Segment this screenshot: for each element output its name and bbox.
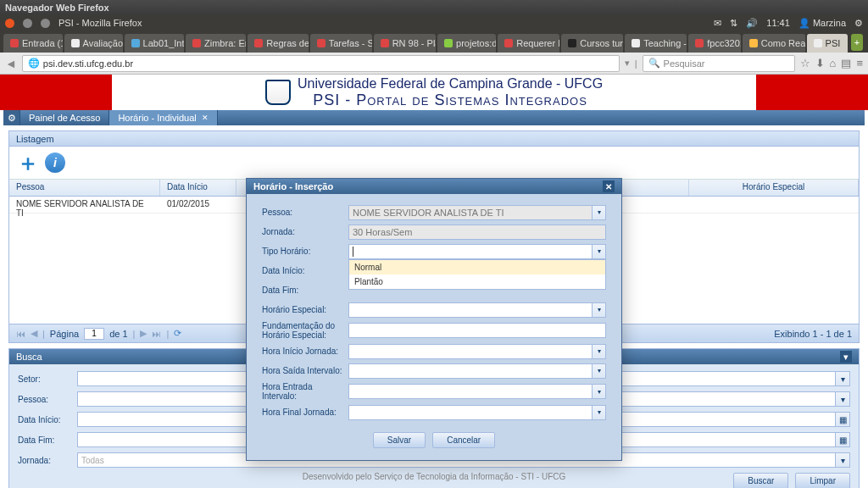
browser-tab[interactable]: Regras de … <box>248 34 308 53</box>
tab-label: Requerer P… <box>516 38 559 48</box>
window-title-bar: PSI - Mozilla Firefox ✉ ⇅ 🔊 11:41 👤 Marz… <box>0 15 868 30</box>
horario-especial-input[interactable] <box>348 302 593 318</box>
dropdown-icon[interactable]: ▾ <box>593 344 606 359</box>
minimize-icon[interactable] <box>23 19 32 28</box>
tab-label: Lab01_Intr… <box>143 38 184 48</box>
dropdown-icon[interactable]: ▾ <box>593 205 606 220</box>
label-data-fim: Data Fim: <box>262 286 348 295</box>
tab-label: projetos:di… <box>456 38 496 48</box>
modal-overlay: Horário - Inserção ✕ Pessoa:NOME SERVIDO… <box>0 75 868 488</box>
search-placeholder: Pesquisar <box>664 58 705 69</box>
tab-label: Teaching - j… <box>643 38 687 48</box>
browser-tab[interactable]: fpcc32015 <box>688 34 740 53</box>
option-plantao[interactable]: Plantão <box>349 274 605 289</box>
dropdown-icon[interactable]: ▾ <box>593 405 606 420</box>
label-hora-entrada: Hora Entrada Intervalo: <box>262 382 348 401</box>
search-input[interactable]: 🔍 Pesquisar <box>643 55 795 72</box>
close-icon[interactable] <box>5 19 14 28</box>
jornada-field: 30 Horas/Sem <box>348 225 606 240</box>
mail-icon[interactable]: ✉ <box>714 18 721 29</box>
browser-tab[interactable]: Requerer P… <box>498 34 559 53</box>
close-icon[interactable]: × <box>847 38 848 48</box>
favicon <box>317 39 326 47</box>
tab-label: Tarefas - SI… <box>329 38 372 48</box>
back-icon[interactable]: ◄ <box>5 57 17 70</box>
url-input[interactable]: 🌐 psi.dev.sti.ufcg.edu.br <box>22 55 620 72</box>
url-text: psi.dev.sti.ufcg.edu.br <box>43 58 133 69</box>
browser-tab[interactable]: Lab01_Intr… <box>125 34 184 53</box>
dropdown-icon[interactable]: ▾ <box>625 58 630 69</box>
label-data-inicio: Data Início: <box>262 266 348 275</box>
system-tray: ✉ ⇅ 🔊 11:41 👤 Marzina ⚙ <box>714 18 863 29</box>
page-content: Universidade Federal de Campina Grande -… <box>0 75 868 488</box>
dropdown-icon[interactable]: ▾ <box>593 302 606 318</box>
clock: 11:41 <box>766 18 790 28</box>
star-icon[interactable]: ☆ <box>800 57 810 69</box>
new-tab-button[interactable]: + <box>851 34 863 51</box>
dropdown-icon[interactable]: ▾ <box>593 244 606 259</box>
tab-label: Como Reali… <box>761 38 805 48</box>
user-indicator[interactable]: 👤 Marzina <box>798 18 846 29</box>
label-jornada: Jornada: <box>262 227 348 236</box>
address-bar: ◄ 🌐 psi.dev.sti.ufcg.edu.br ▾ | 🔍 Pesqui… <box>0 53 868 75</box>
globe-icon: 🌐 <box>28 58 40 69</box>
tab-label: Regras de … <box>266 38 308 48</box>
favicon <box>814 39 822 47</box>
favicon <box>568 39 576 47</box>
tab-label: Avaliação … <box>83 38 123 48</box>
gear-icon[interactable]: ⚙ <box>854 18 863 29</box>
favicon <box>192 39 201 47</box>
os-title-bar: Navegador Web Firefox <box>0 0 868 15</box>
menu-icon[interactable]: ≡ <box>856 57 863 69</box>
favicon <box>632 39 640 47</box>
tab-label: fpcc32015 <box>707 38 740 48</box>
browser-tab[interactable]: projetos:di… <box>437 34 496 53</box>
label-hora-inicio: Hora Início Jornada: <box>262 347 348 356</box>
home-icon[interactable]: ⌂ <box>830 57 837 69</box>
maximize-icon[interactable] <box>41 19 50 28</box>
dropdown-icon[interactable]: ▾ <box>593 363 606 379</box>
favicon <box>504 39 513 47</box>
download-icon[interactable]: ⬇ <box>815 57 825 69</box>
tab-label: PSI <box>826 38 841 48</box>
hora-saida-input[interactable] <box>348 363 593 379</box>
browser-tab[interactable]: PSI× <box>807 34 848 53</box>
bookmarks-icon[interactable]: ▤ <box>841 57 851 69</box>
browser-tab[interactable]: Cursos turc… <box>561 34 623 53</box>
label-hora-final: Hora Final Jornada: <box>262 408 348 417</box>
close-icon[interactable]: ✕ <box>603 180 615 192</box>
cancelar-button[interactable]: Cancelar <box>432 432 495 448</box>
favicon <box>254 39 263 47</box>
option-normal[interactable]: Normal <box>349 260 605 274</box>
sound-icon[interactable]: 🔊 <box>746 18 758 29</box>
network-icon[interactable]: ⇅ <box>730 18 737 29</box>
favicon <box>71 39 80 47</box>
hora-entrada-input[interactable] <box>348 384 593 399</box>
dropdown-icon[interactable]: ▾ <box>593 384 606 399</box>
favicon <box>444 39 453 47</box>
search-icon: 🔍 <box>648 58 660 69</box>
tab-label: RN 98 - Pla… <box>392 38 436 48</box>
label-hora-saida: Hora Saída Intervalo: <box>262 366 348 375</box>
hora-inicio-input[interactable] <box>348 344 593 359</box>
horario-insercao-modal: Horário - Inserção ✕ Pessoa:NOME SERVIDO… <box>246 178 622 461</box>
favicon <box>10 39 19 47</box>
browser-tab[interactable]: Entrada (1… <box>3 34 63 53</box>
label-pessoa: Pessoa: <box>262 208 348 217</box>
salvar-button[interactable]: Salvar <box>373 432 426 448</box>
hora-final-input[interactable] <box>348 405 593 420</box>
browser-tab[interactable]: Teaching - j… <box>625 34 687 53</box>
browser-tab[interactable]: Avaliação … <box>64 34 123 53</box>
favicon <box>695 39 704 47</box>
browser-tab[interactable]: Zimbra: En… <box>186 34 246 53</box>
tipo-horario-dropdown: Normal Plantão <box>348 259 606 290</box>
browser-tab[interactable]: Tarefas - SI… <box>310 34 372 53</box>
browser-tab[interactable]: RN 98 - Pla… <box>374 34 436 53</box>
tab-label: Cursos turc… <box>580 38 623 48</box>
browser-tab[interactable]: Como Reali… <box>743 34 805 53</box>
label-tipo-horario: Tipo Horário: <box>262 247 348 256</box>
fundamentacao-input[interactable] <box>348 323 606 338</box>
tab-label: Zimbra: En… <box>204 38 246 48</box>
tipo-horario-input[interactable] <box>348 244 593 259</box>
window-title: PSI - Mozilla Firefox <box>58 18 142 28</box>
